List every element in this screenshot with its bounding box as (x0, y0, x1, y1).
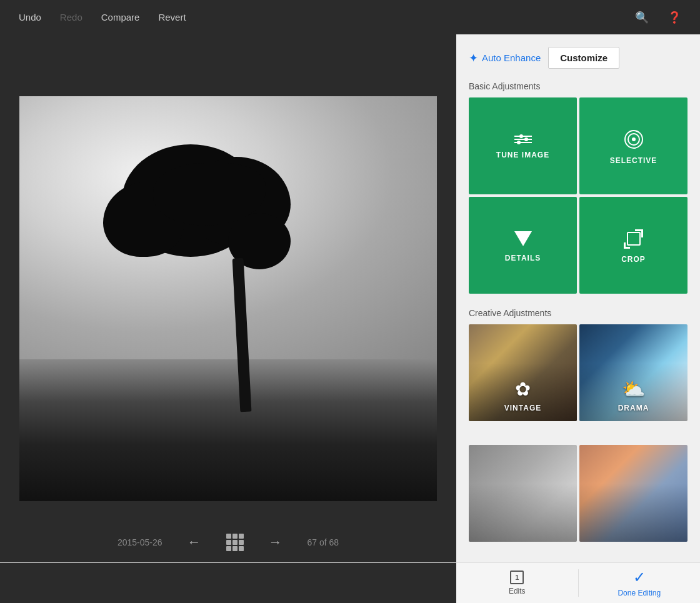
prev-arrow-icon[interactable]: ← (188, 534, 201, 551)
tile4-overlay (579, 445, 688, 542)
done-editing-label: Done Editing (618, 589, 661, 597)
creative-adjustments-label: Creative Adjustments (456, 299, 700, 324)
tune-line (514, 142, 532, 143)
basic-adjustments-label: Basic Adjustments (456, 78, 700, 97)
creative-tile-4[interactable] (579, 445, 688, 542)
vintage-label: VINTAGE (504, 404, 541, 412)
top-bar: Undo Redo Compare Revert 🔍 ❓ (0, 0, 700, 34)
selective-icon-graphic (624, 130, 643, 149)
crop-label: CROP (621, 255, 646, 264)
photo-count: 67 of 68 (308, 537, 339, 547)
bottom-bar-left (0, 563, 456, 603)
drama-icon: ⛅ (622, 378, 645, 400)
tile3-overlay (469, 445, 577, 542)
photo-display (19, 96, 437, 501)
drama-label: DRAMA (618, 404, 649, 412)
grid-dot (226, 534, 231, 539)
tree-canopy (103, 144, 332, 367)
vintage-tile[interactable]: ✿ VINTAGE (469, 324, 577, 421)
selective-label: SELECTIVE (610, 156, 658, 165)
compare-button[interactable]: Compare (101, 12, 140, 22)
selective-icon (624, 130, 643, 149)
selective-tile[interactable]: SELECTIVE (579, 97, 688, 194)
bottom-bar-right: 1 Edits ✓ Done Editing (456, 563, 700, 603)
tune-image-icon (514, 136, 532, 143)
tune-image-tile[interactable]: TUNE IMAGE (469, 97, 577, 194)
grid-dot (226, 540, 231, 545)
grid-dot (232, 546, 238, 551)
grid-view-button[interactable] (226, 534, 244, 551)
grid-dot (226, 546, 231, 551)
tune-line (514, 139, 532, 140)
grid-dot (232, 540, 238, 545)
edits-button[interactable]: 1 Edits (456, 563, 578, 603)
redo-button[interactable]: Redo (60, 12, 82, 22)
left-panel: 2015-05-26 ← → 67 of 68 (0, 34, 456, 562)
photo-ground (19, 359, 437, 501)
drama-tile[interactable]: ⛅ DRAMA (579, 324, 688, 421)
photo-bottom-nav: 2015-05-26 ← → 67 of 68 (0, 522, 456, 562)
crop-icon (625, 230, 642, 247)
tune-image-label: TUNE IMAGE (496, 151, 549, 159)
revert-button[interactable]: Revert (158, 12, 186, 22)
undo-button[interactable]: Undo (19, 12, 41, 22)
sparkle-icon: ✦ (469, 51, 478, 65)
right-top: ✦ Auto Enhance Customize (456, 34, 700, 78)
creative-tile-3[interactable] (469, 445, 577, 542)
crop-arrow (624, 242, 630, 249)
grid-dot (239, 546, 244, 551)
next-arrow-icon[interactable]: → (269, 534, 282, 551)
drama-overlay: ⛅ DRAMA (579, 324, 688, 421)
tune-icon-graphic (514, 136, 532, 143)
details-icon-graphic (514, 231, 532, 246)
photo-date: 2015-05-26 (118, 537, 162, 547)
photo-container (19, 96, 437, 501)
creative-adjustments-grid: ✿ VINTAGE ⛅ DRAMA (456, 324, 700, 562)
grid-dot (239, 534, 244, 539)
main-content: 2015-05-26 ← → 67 of 68 ✦ Auto Enhance (0, 34, 700, 562)
right-panel: ✦ Auto Enhance Customize Basic Adjustmen… (456, 34, 700, 562)
grid-dot (232, 534, 238, 539)
customize-button[interactable]: Customize (548, 47, 619, 69)
search-icon[interactable]: 🔍 (635, 11, 649, 24)
edits-icon: 1 (510, 571, 524, 584)
bottom-bar: 1 Edits ✓ Done Editing (0, 562, 700, 603)
vintage-icon: ✿ (515, 378, 531, 400)
grid-dot (239, 540, 244, 545)
tune-line (514, 136, 532, 137)
details-icon (514, 231, 532, 246)
done-editing-button[interactable]: ✓ Done Editing (579, 563, 701, 603)
help-icon[interactable]: ❓ (668, 11, 681, 24)
basic-adjustments-grid: TUNE IMAGE SELECTIVE DETAILS (456, 97, 700, 294)
vintage-overlay: ✿ VINTAGE (469, 324, 577, 421)
crop-icon-graphic (625, 230, 642, 247)
crop-tile[interactable]: CROP (579, 197, 688, 294)
edits-label: Edits (509, 587, 526, 596)
details-label: DETAILS (505, 254, 541, 262)
check-icon: ✓ (633, 569, 646, 586)
details-tile[interactable]: DETAILS (469, 197, 577, 294)
auto-enhance-button[interactable]: ✦ Auto Enhance (469, 51, 541, 65)
